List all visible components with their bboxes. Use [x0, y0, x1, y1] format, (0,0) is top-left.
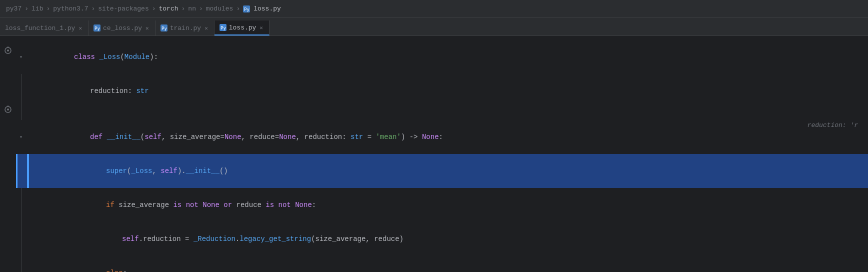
- class-parent: Module: [124, 53, 150, 61]
- arg-reduce: reduce: [374, 235, 399, 243]
- fold-col-2: [16, 74, 26, 108]
- param-reduce: reduce: [250, 133, 274, 141]
- svg-point-12: [7, 108, 9, 110]
- gutter-icons: [0, 36, 16, 272]
- breakpoint-col-4: [26, 120, 30, 154]
- tab-label-loss-function-1: loss_function_1.py: [5, 24, 75, 32]
- tab-close-train[interactable]: ✕: [204, 24, 209, 32]
- reduction-class: _Reduction: [194, 235, 236, 243]
- code-line-5: super(_Loss, self).__init__(): [16, 154, 868, 188]
- tab-label-ce-loss: ce_loss.py: [103, 24, 142, 32]
- fold-arrow-4[interactable]: ▾: [20, 134, 22, 140]
- func-init: __init__: [107, 133, 140, 141]
- code-content-4: def __init__(self, size_average=None, re…: [30, 120, 868, 154]
- breadcrumb-py37[interactable]: py37: [6, 5, 22, 12]
- breakpoint-col-2: [26, 74, 30, 108]
- breadcrumb-nn[interactable]: nn: [188, 5, 196, 12]
- python-icon-loss: Py: [220, 24, 226, 31]
- fold-col-7: [16, 222, 26, 256]
- param-self-1: self: [144, 133, 162, 141]
- hint-text: reduction: 'r: [808, 120, 858, 131]
- breakpoint-col-8: [26, 256, 30, 272]
- tab-label-train: train.py: [170, 24, 201, 32]
- keyword-if: if: [106, 201, 114, 209]
- editor-area: ▾ class _Loss(Module): reduction: str: [0, 36, 868, 272]
- arrow-return: ->: [410, 133, 418, 141]
- self-reduction-1: reduction: [143, 235, 181, 243]
- param-reduction: reduction: [304, 133, 342, 141]
- svg-text:Py: Py: [244, 7, 250, 12]
- breadcrumb-sep-1: ›: [46, 5, 50, 12]
- type-str-2: str: [350, 133, 363, 141]
- code-block: ▾ class _Loss(Module): reduction: str: [16, 36, 868, 272]
- tab-ce-loss[interactable]: Py ce_loss.py ✕: [88, 20, 156, 36]
- breadcrumb-sep-5: ›: [199, 5, 203, 12]
- python-icon-ce-loss: Py: [94, 24, 100, 32]
- breadcrumb-sep-4: ›: [182, 5, 186, 12]
- structure-icon-1[interactable]: [4, 46, 12, 54]
- code-line-8: else:: [16, 256, 868, 272]
- tabs-bar: loss_function_1.py ✕ Py ce_loss.py ✕ Py …: [0, 18, 868, 36]
- if-reduce: reduce: [236, 201, 262, 209]
- code-content-7: self.reduction = _Reduction.legacy_get_s…: [30, 222, 868, 256]
- svg-text:Py: Py: [94, 26, 100, 31]
- tab-train[interactable]: Py train.py ✕: [156, 20, 214, 36]
- breadcrumb-sep-3: ›: [152, 5, 156, 12]
- super-loss: _Loss: [131, 167, 152, 175]
- breadcrumb-torch[interactable]: torch: [159, 5, 178, 12]
- structure-icon-2[interactable]: [4, 106, 12, 114]
- none-3: None: [202, 201, 220, 209]
- breakpoint-col-3: [26, 108, 30, 120]
- keyword-class: class: [74, 53, 95, 61]
- legacy-fn: legacy_get_string: [240, 235, 311, 243]
- fold-col-6: [16, 188, 26, 222]
- tab-close-ce-loss[interactable]: ✕: [144, 24, 150, 32]
- code-line-2: reduction: str: [16, 74, 868, 108]
- none-2: None: [279, 133, 296, 141]
- fold-col-8: [16, 256, 26, 272]
- param-size-avg: size_average: [170, 133, 220, 141]
- code-content-3: [30, 108, 868, 120]
- breadcrumb-sep-2: ›: [91, 5, 95, 12]
- none-1: None: [224, 133, 242, 141]
- tab-label-loss: loss.py: [229, 24, 256, 32]
- code-line-1: ▾ class _Loss(Module):: [16, 40, 868, 74]
- default-mean: 'mean': [376, 133, 400, 141]
- super-self: self: [160, 167, 178, 175]
- code-content-1: class _Loss(Module):: [30, 40, 868, 74]
- breadcrumb-site-packages[interactable]: site-packages: [98, 5, 148, 12]
- tab-close-loss-function-1[interactable]: ✕: [78, 24, 83, 32]
- breadcrumb-lib[interactable]: lib: [32, 5, 43, 12]
- return-none: None: [422, 133, 439, 141]
- fold-arrow-1[interactable]: ▾: [20, 54, 22, 60]
- python-icon-train: Py: [160, 24, 168, 32]
- code-line-6: if size_average is not None or reduce is…: [16, 188, 868, 222]
- svg-text:Py: Py: [220, 26, 226, 30]
- fold-col-1[interactable]: ▾: [16, 40, 26, 74]
- breadcrumb-sep-6: ›: [236, 5, 240, 12]
- breadcrumb-lossfile[interactable]: loss.py: [254, 5, 281, 12]
- self-3: self: [122, 235, 139, 243]
- class-name-loss: _Loss: [99, 53, 120, 61]
- code-line-7: self.reduction = _Reduction.legacy_get_s…: [16, 222, 868, 256]
- code-line-3: [16, 108, 868, 120]
- breadcrumb-modules[interactable]: modules: [206, 5, 234, 12]
- code-content-5: super(_Loss, self).__init__(): [30, 154, 868, 188]
- func-super: super: [106, 167, 127, 175]
- breadcrumb-python37[interactable]: python3.7: [53, 5, 88, 12]
- fold-col-4[interactable]: ▾: [16, 120, 26, 154]
- func-init-2: __init__: [186, 167, 220, 175]
- code-line-4: ▾ def __init__(self, size_average=None, …: [16, 120, 868, 154]
- svg-text:Py: Py: [162, 26, 167, 31]
- breakpoint-col-7: [26, 222, 30, 256]
- tab-close-loss[interactable]: ✕: [258, 24, 264, 32]
- tab-loss[interactable]: Py loss.py ✕: [214, 20, 270, 36]
- keyword-else: else: [106, 269, 123, 272]
- keyword-is-2: is not: [266, 201, 290, 209]
- tab-loss-function-1[interactable]: loss_function_1.py ✕: [0, 20, 88, 36]
- code-content-2: reduction: str: [30, 74, 868, 108]
- field-reduction: reduction: [90, 87, 128, 95]
- code-container[interactable]: ▾ class _Loss(Module): reduction: str: [16, 36, 868, 272]
- breakpoint-col-6: [26, 188, 30, 222]
- if-size-avg: size_average: [118, 201, 169, 209]
